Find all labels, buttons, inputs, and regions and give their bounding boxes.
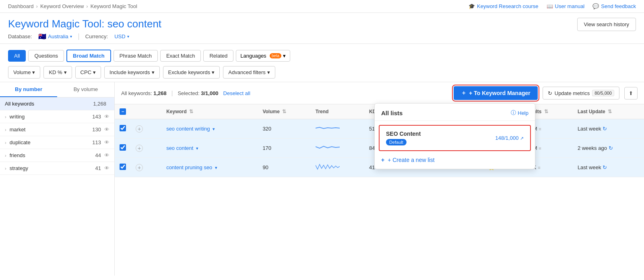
sidebar-item-strategy[interactable]: › strategy 41 👁 — [0, 162, 114, 175]
row2-last-update: 2 weeks ago ↻ — [573, 139, 644, 158]
sidebar-item-market[interactable]: › market 130 👁 — [0, 123, 114, 136]
row2-dropdown-icon[interactable]: ▾ — [196, 146, 198, 151]
include-chevron-icon: ▾ — [152, 69, 155, 75]
popup-help-link[interactable]: ⓘ Help — [511, 109, 528, 116]
all-keywords-label: All keywords — [5, 101, 93, 107]
sidebar-item-writing[interactable]: › writing 143 👁 — [0, 110, 114, 123]
match-type-tabs: All Questions Broad Match Phrase Match E… — [8, 50, 636, 62]
sidebar-item-all-keywords[interactable]: All keywords 1,268 — [0, 97, 114, 110]
user-manual-link[interactable]: 📖 User manual — [547, 3, 585, 9]
deselect-all-link[interactable]: Deselect all — [223, 90, 250, 96]
eye-icon[interactable]: 👁 — [104, 127, 109, 133]
create-new-list-label: + Create a new list — [388, 157, 434, 163]
row2-checkbox[interactable] — [120, 144, 126, 151]
sidebar-tab-by-volume[interactable]: By volume — [57, 82, 114, 97]
tab-languages[interactable]: Languages beta ▾ — [236, 50, 290, 62]
send-feedback-label: Send feedback — [601, 3, 636, 9]
top-links: 🎓 Keyword Research course 📖 User manual … — [469, 3, 636, 9]
book-icon: 📖 — [547, 3, 553, 9]
tab-related[interactable]: Related — [203, 50, 233, 62]
create-new-list-button[interactable]: + + Create a new list — [375, 151, 535, 169]
send-feedback-link[interactable]: 💬 Send feedback — [592, 3, 636, 9]
duplicate-label: duplicate — [10, 139, 93, 145]
chevron-right-icon: › — [5, 127, 6, 132]
add-icon[interactable]: + — [136, 164, 143, 171]
database-selector[interactable]: 🇦🇺 Australia ▾ — [38, 33, 72, 40]
list-count: 148/1,000 ↗ — [495, 135, 524, 141]
user-manual-label: User manual — [555, 3, 585, 9]
eye-icon[interactable]: 👁 — [104, 165, 109, 171]
header-left: Keyword Magic Tool: seo content Database… — [8, 18, 161, 40]
info-icon: ⓘ — [511, 109, 516, 116]
db-name: Australia — [48, 33, 68, 39]
row2-trend — [311, 139, 364, 158]
tab-broad-match[interactable]: Broad Match — [66, 50, 111, 62]
volume-sort-icon[interactable]: ⇅ — [282, 109, 286, 114]
row2-keyword-link[interactable]: seo content — [166, 145, 193, 151]
row3-keyword-link[interactable]: content pruning seo — [166, 164, 212, 170]
view-search-history-button[interactable]: View search history — [577, 18, 636, 31]
row3-checkbox-cell — [115, 158, 131, 177]
row1-add-cell: + — [131, 119, 161, 139]
table-header-bar: All keywords: 1,268 | Selected: 3/1,000 … — [115, 82, 644, 104]
row3-dropdown-icon[interactable]: ▾ — [215, 165, 217, 170]
selected-count: 3/1,000 — [201, 90, 218, 96]
row2-add-cell: + — [131, 139, 161, 158]
filter-tabs: All Questions Broad Match Phrase Match E… — [0, 44, 644, 82]
popup-seo-content-item[interactable]: SEO Content Default 148/1,000 ↗ — [380, 126, 530, 150]
row1-checkbox[interactable] — [120, 125, 126, 131]
languages-label: Languages — [240, 53, 266, 59]
breadcrumb-keyword-overview[interactable]: Keyword Overview — [40, 3, 84, 9]
tab-all[interactable]: All — [8, 50, 26, 62]
sidebar-item-friends[interactable]: › friends 44 👁 — [0, 149, 114, 162]
popup-header: All lists ⓘ Help — [375, 104, 535, 121]
eye-icon[interactable]: 👁 — [104, 152, 109, 158]
tab-phrase-match[interactable]: Phrase Match — [114, 50, 158, 62]
last-update-sort-icon[interactable]: ⇅ — [608, 109, 612, 114]
eye-icon[interactable]: 👁 — [104, 139, 109, 145]
sidebar-item-duplicate[interactable]: › duplicate 113 👁 — [0, 136, 114, 149]
update-metrics-label: Update metrics — [555, 90, 590, 96]
sidebar-tab-by-number[interactable]: By number — [0, 82, 57, 97]
volume-filter[interactable]: Volume ▾ — [8, 66, 40, 79]
add-icon[interactable]: + — [136, 125, 143, 133]
row2-keyword-cell: seo content ▾ — [161, 139, 258, 158]
col-volume: Volume ⇅ — [258, 104, 310, 119]
update-metrics-button[interactable]: ↻ Update metrics 80/5,000 — [543, 87, 619, 100]
popup-list-item-highlighted[interactable]: SEO Content Default 148/1,000 ↗ — [379, 125, 531, 151]
volume-label: Volume — [13, 69, 31, 75]
keyword-sort-icon[interactable]: ⇅ — [189, 109, 193, 114]
tab-questions[interactable]: Questions — [28, 50, 64, 62]
col-last-update: Last Update ⇅ — [573, 104, 644, 119]
add-icon[interactable]: + — [136, 145, 143, 152]
eye-icon[interactable]: 👁 — [104, 114, 109, 120]
row3-checkbox[interactable] — [120, 164, 126, 170]
filter-buttons-row: Volume ▾ KD % ▾ CPC ▾ Include keywords ▾… — [8, 66, 636, 79]
friends-label: friends — [10, 152, 95, 158]
popup-title: All lists — [381, 110, 402, 116]
currency-value: USD — [114, 33, 125, 39]
writing-count: 143 — [92, 114, 101, 120]
to-keyword-manager-button[interactable]: ＋ + To Keyword Manager — [454, 86, 538, 100]
currency-selector[interactable]: USD ▾ — [114, 33, 129, 39]
row1-keyword-link[interactable]: seo content writing — [166, 126, 210, 132]
breadcrumb-sep-2: › — [86, 3, 88, 9]
all-keywords-info-count: 1,268 — [153, 90, 167, 96]
advanced-filters-button[interactable]: Advanced filters ▾ — [223, 66, 275, 79]
keyword-manager-popup: All lists ⓘ Help SEO Content Default 148 — [374, 103, 535, 169]
export-button[interactable]: ⬆ — [624, 87, 638, 100]
market-label: market — [10, 127, 93, 133]
row1-dropdown-icon[interactable]: ▾ — [213, 127, 215, 131]
breadcrumb-dashboard[interactable]: Dashboard — [8, 3, 34, 9]
include-keywords-filter[interactable]: Include keywords ▾ — [104, 66, 159, 79]
tab-exact-match[interactable]: Exact Match — [160, 50, 201, 62]
cpc-filter[interactable]: CPC ▾ — [75, 66, 101, 79]
results-sort-icon[interactable]: ⇅ — [544, 109, 548, 114]
duplicate-count: 113 — [92, 139, 101, 145]
keyword-research-course-link[interactable]: 🎓 Keyword Research course — [469, 3, 538, 9]
kd-filter[interactable]: KD % ▾ — [43, 66, 72, 79]
list-count-value: 148/1,000 — [495, 135, 519, 141]
exclude-keywords-filter[interactable]: Exclude keywords ▾ — [163, 66, 220, 79]
deselect-all-checkbox[interactable]: − — [120, 108, 126, 115]
col-trend: Trend — [311, 104, 364, 119]
